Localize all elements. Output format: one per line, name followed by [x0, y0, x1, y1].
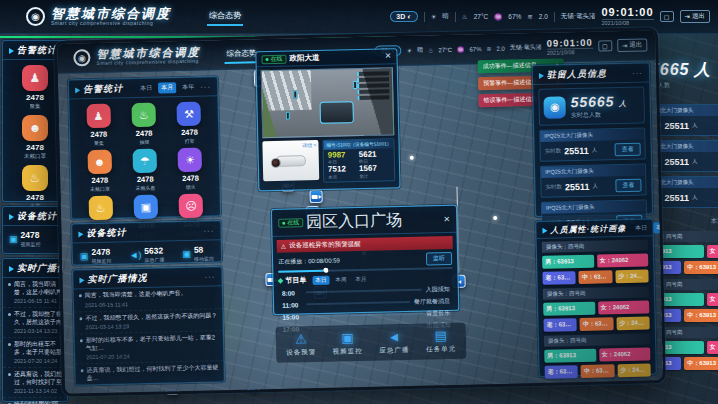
alarm-type-icon: ☻: [87, 150, 112, 175]
diamond-icon: [278, 278, 284, 284]
alarm-tile[interactable]: ♟ 2478 聚集: [75, 103, 121, 146]
alarm-tile[interactable]: ☂ 2478 未戴头盔: [122, 148, 168, 191]
mode-3d-toggle[interactable]: 3D◐: [390, 11, 417, 22]
alarm-tile[interactable]: ♨ 2478 抽烟: [121, 102, 167, 145]
action-item[interactable]: ⚠ 设备预警: [286, 331, 317, 358]
pill-middle: 中：63913: [684, 261, 718, 274]
map-node-dot: [493, 216, 497, 220]
alarm-label: 未戴口罩: [24, 153, 46, 160]
device-icon: ◄): [129, 250, 141, 260]
exit-icon: ⇥: [685, 13, 690, 21]
app-subtitle: Smart city comprehensive dispatching: [51, 21, 171, 26]
broadcast-item[interactable]: 不过，我却憋了很久，居然这孩子向不该的问题？ 2021-03-14 13:23: [74, 309, 222, 335]
alarm-tile[interactable]: ☻ 2478 未戴口罩: [77, 149, 123, 192]
alarm-value: 2478: [182, 174, 199, 183]
pill-middle: 中：63913: [581, 364, 615, 378]
divider: [424, 12, 425, 22]
broadcast-item[interactable]: 还真甭说，我幻想过，何时找到了至少个大容量硬盘… 2021-11-13 14:0…: [75, 361, 224, 385]
tab-day[interactable]: 本日: [312, 275, 329, 284]
listen-button[interactable]: 监听: [426, 252, 452, 266]
close-icon[interactable]: ✕: [385, 52, 392, 60]
device-stat: ▣ 2478 视频监控: [80, 248, 112, 264]
alarm-value: 2478: [137, 175, 154, 184]
panel-title: 驻留人员信息: [547, 67, 607, 81]
pill-young: 少：24062: [616, 316, 650, 330]
people-row: IPQ25北大门摄像头 实时数 25511 人 查看: [539, 128, 646, 162]
total-people-count: 55665: [570, 93, 614, 110]
alarm-label: 聚集: [30, 103, 41, 110]
map-node-dot: [410, 156, 414, 160]
app-title-block: 智慧城市综合调度 Smart city comprehensive dispat…: [51, 7, 171, 26]
tab-month[interactable]: 本月: [352, 274, 369, 283]
tab-day[interactable]: 本日: [632, 222, 650, 233]
alarm-label: 未戴口罩: [90, 186, 110, 192]
fullscreen-button[interactable]: ▢: [598, 40, 612, 51]
alarm-value: 2478: [136, 129, 153, 138]
pill-elder: 老：63913: [542, 271, 576, 285]
broadcast-panel: 实时广播情况 ··· 闻言，我当即清楚，这是小喇叭声音。 2021-06-15 …: [72, 266, 225, 385]
panel-menu-icon[interactable]: ···: [203, 228, 214, 234]
alarm-label: 烟火: [186, 184, 196, 190]
device-stats-panel: 设备统计 ··· ▣ 2478 视频监控 ◄) 5632 应急广播: [71, 220, 222, 265]
panel-title: 实时广播情况: [87, 272, 147, 286]
nav-tab-overview[interactable]: 综合态势: [207, 7, 243, 26]
alarm-label: 聚集: [94, 140, 104, 146]
video-feed[interactable]: [261, 67, 395, 138]
fullscreen-button[interactable]: ▢: [660, 11, 674, 22]
gather-icon: ♟: [22, 65, 48, 91]
broadcast-item: 还真甭说，我幻想过，何时找到了至少个大容量硬盘… 2021-11-13 14:0…: [3, 368, 67, 398]
camera-detail-link[interactable]: 详情 >: [302, 142, 316, 148]
alarm-tile[interactable]: ⚒ 2478 打架: [166, 101, 212, 144]
divider: [554, 12, 555, 22]
tab-week[interactable]: 本周: [332, 275, 349, 284]
exit-button[interactable]: ⇥退出: [680, 10, 710, 23]
broadcast-event-dialog: 在线 园区入口广场 ✕ ⚠ 设备巡检异常的预警提醒 正在播放：00:08/00:…: [271, 205, 459, 315]
pill-middle: 中：63913: [580, 317, 614, 331]
tab-day[interactable]: 本日: [137, 83, 155, 94]
alarm-value: 2478: [181, 128, 198, 137]
pill-middle: 中：63913: [684, 357, 718, 370]
pill-male: 男：63913: [543, 302, 595, 316]
alarm-value: 2478: [91, 176, 108, 185]
weather-icon: ☀: [431, 13, 437, 21]
view-button[interactable]: 查看: [615, 179, 641, 193]
camera-video-popup: 在线 政阳大道 ✕ 详情 > 编号-S1002（设备编号S1001） 9987今…: [255, 48, 400, 191]
people-row: IPQ25北大门摄像头 实时数 25511 人 查看: [540, 163, 647, 197]
alarm-type-icon: ☹: [179, 194, 204, 219]
time: 09:01:00: [602, 7, 654, 18]
broadcast-item: 那时的出租车不多，老子只要站那儿一站，至重2气缸… 2021-07-20 14:…: [3, 338, 67, 368]
action-item[interactable]: ▣ 视频监控: [332, 330, 363, 357]
panel-menu-icon[interactable]: ···: [200, 84, 211, 90]
exit-button[interactable]: ⇥退出: [617, 38, 648, 52]
wind: 2.0: [496, 45, 504, 51]
view-button[interactable]: 查看: [615, 143, 641, 157]
humidity-icon: ♒: [457, 46, 465, 53]
action-icon: ▣: [341, 330, 354, 345]
action-item[interactable]: ▤ 任务单元: [426, 328, 457, 355]
temperature: 27°C: [438, 46, 452, 52]
nav-tab-overview[interactable]: 综合态势: [224, 45, 258, 64]
warning-icon: ⚠: [281, 243, 287, 250]
broadcast-item[interactable]: 那时的出租车不多，老子只要站那儿一站，至重2气缸… 2021-07-20 14:…: [75, 331, 224, 364]
close-icon[interactable]: ✕: [443, 215, 450, 223]
online-status-badge: 在线: [261, 54, 286, 64]
camera-marker-icon[interactable]: [309, 190, 322, 203]
pill-elder: 老：63913: [545, 365, 579, 379]
tab-month[interactable]: 本月: [158, 82, 176, 93]
tab-year[interactable]: 本年: [179, 82, 197, 93]
pill-male: 男：63913: [544, 349, 596, 363]
dispatch-window: ◉ 智慧城市综合调度 Smart city comprehensive disp…: [54, 27, 666, 397]
no-mask-icon: ☻: [22, 115, 48, 141]
action-item[interactable]: ◄ 应急广播: [379, 329, 410, 356]
panel-title: 设备统计: [86, 226, 126, 240]
panel-menu-icon[interactable]: ···: [632, 70, 643, 76]
panel-menu-icon[interactable]: ···: [204, 274, 215, 280]
temperature-icon: ♨: [462, 13, 468, 21]
panel-title: 告警统计: [83, 82, 123, 96]
clock: 09:01:00 2021/10/08: [547, 37, 593, 56]
device-value: 58: [194, 245, 214, 254]
alarm-tile[interactable]: ☀ 2478 烟火: [167, 147, 213, 190]
alarm-type-icon: ▣: [134, 195, 159, 220]
date: 2021/10/08: [547, 48, 593, 57]
broadcast-item[interactable]: 闻言，我当即清楚，这是小喇叭声音。 2021-06-15 11:41: [74, 286, 222, 312]
